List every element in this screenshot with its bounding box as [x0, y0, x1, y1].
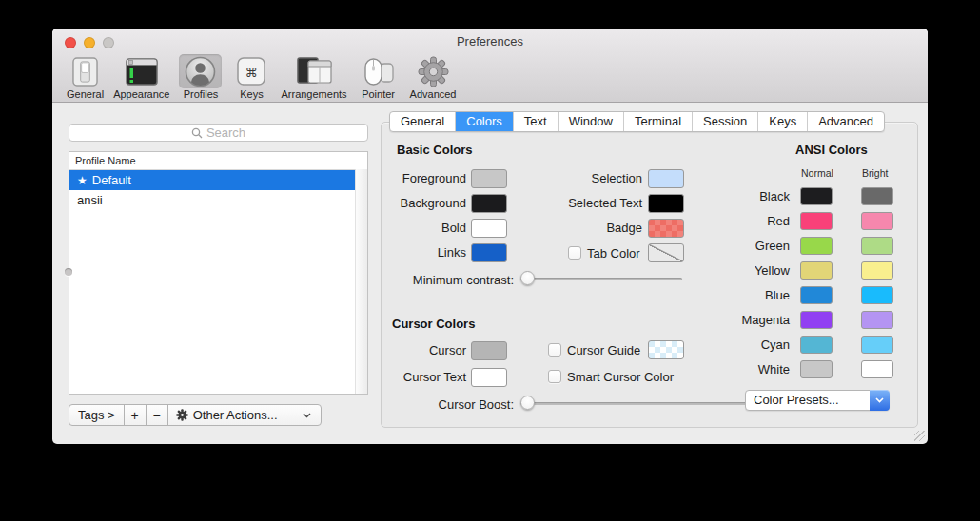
ansi-bright-swatch-magenta[interactable] — [861, 311, 893, 329]
ansi-color-label: Magenta — [661, 313, 790, 327]
ansi-row-cyan: Cyan — [661, 332, 893, 357]
ansi-bright-swatch-black[interactable] — [861, 187, 893, 205]
background-label: Background — [338, 196, 466, 210]
switch-icon — [67, 54, 104, 88]
slider-knob[interactable] — [520, 271, 535, 285]
profile-actions-bar: Tags > + − Other Actions... — [69, 404, 322, 426]
color-presets-dropdown[interactable]: Color Presets... — [745, 390, 890, 411]
cursor-guide-checkbox[interactable] — [548, 343, 561, 357]
basic-colors-title: Basic Colors — [397, 143, 472, 157]
foreground-label: Foreground — [338, 171, 466, 185]
windows-icon — [291, 54, 338, 88]
ansi-color-label: White — [661, 362, 790, 376]
ansi-row-black: Black — [661, 183, 893, 208]
ansi-color-label: Cyan — [661, 338, 790, 352]
minimum-contrast-slider[interactable] — [520, 271, 682, 286]
ansi-normal-header: Normal — [801, 167, 833, 179]
cursor-guide-label: Cursor Guide — [567, 343, 640, 357]
tab-keys[interactable]: Keys — [758, 112, 808, 131]
profile-list-rows: ★Defaultansii — [69, 170, 367, 210]
toolbar-item-general[interactable]: General — [62, 53, 108, 101]
search-icon — [191, 127, 203, 139]
tab-colors[interactable]: Colors — [456, 112, 514, 131]
tags-button[interactable]: Tags > — [69, 404, 125, 426]
ansi-grid: BlackRedGreenYellowBlueMagentaCyanWhite — [661, 183, 893, 381]
ansi-normal-swatch-green[interactable] — [800, 237, 833, 255]
tab-bar: GeneralColorsTextWindowTerminalSessionKe… — [389, 111, 885, 132]
window-title: Preferences — [52, 34, 928, 48]
tab-text[interactable]: Text — [514, 112, 559, 131]
smart-cursor-color-label: Smart Cursor Color — [567, 370, 674, 384]
ansi-normal-swatch-red[interactable] — [800, 212, 833, 230]
minimum-contrast-label: Minimum contrast: — [366, 273, 514, 287]
profile-name: ansii — [77, 193, 103, 207]
ansi-bright-swatch-blue[interactable] — [861, 286, 893, 304]
links-color-well[interactable] — [471, 243, 507, 262]
svg-text:⌘: ⌘ — [245, 66, 258, 80]
toolbar-item-profiles[interactable]: Profiles — [174, 53, 226, 101]
toolbar-label: Advanced — [410, 88, 457, 100]
other-actions-dropdown[interactable]: Other Actions... — [167, 404, 322, 426]
selected-text-label: Selected Text — [490, 196, 642, 210]
ansi-color-label: Blue — [661, 288, 790, 302]
splitter-handle[interactable] — [65, 268, 72, 276]
toolbar-item-appearance[interactable]: Appearance — [108, 53, 174, 101]
ansi-normal-swatch-white[interactable] — [800, 360, 833, 378]
ansi-normal-swatch-yellow[interactable] — [800, 261, 833, 280]
gear-icon — [412, 54, 455, 88]
toolbar-item-pointer[interactable]: Pointer — [352, 53, 405, 101]
profile-name: Default — [92, 173, 131, 187]
tab-color-checkbox[interactable] — [568, 246, 581, 260]
smart-cursor-color-checkbox[interactable] — [548, 370, 561, 383]
ansi-bright-swatch-white[interactable] — [861, 360, 893, 378]
ansi-normal-swatch-blue[interactable] — [800, 286, 833, 304]
bold-label: Bold — [338, 221, 466, 235]
cursor-text-color-well[interactable] — [471, 368, 507, 387]
add-profile-button[interactable]: + — [124, 404, 147, 426]
ansi-normal-swatch-black[interactable] — [800, 187, 833, 205]
preferences-window: Preferences General Appearance Profiles — [52, 29, 928, 444]
ansi-normal-swatch-magenta[interactable] — [800, 311, 833, 329]
profile-row-default[interactable]: ★Default — [69, 170, 355, 190]
window-header: Preferences General Appearance Profiles — [52, 29, 928, 103]
profile-list: Profile Name ★Defaultansii — [69, 151, 368, 395]
ansi-bright-swatch-green[interactable] — [861, 237, 893, 255]
tab-color-label: Tab Color — [587, 246, 640, 260]
toolbar-item-advanced[interactable]: Advanced — [405, 53, 461, 101]
ansi-bright-swatch-red[interactable] — [861, 212, 893, 230]
window-resize-grip[interactable] — [914, 431, 925, 441]
toolbar-item-keys[interactable]: ⌘ Keys — [226, 53, 276, 101]
ansi-color-label: Green — [661, 239, 790, 253]
gear-icon — [176, 409, 188, 421]
tab-window[interactable]: Window — [559, 112, 624, 131]
ansi-row-white: White — [661, 357, 893, 381]
profile-list-header[interactable]: Profile Name — [69, 152, 367, 170]
ansi-bright-header: Bright — [862, 167, 888, 179]
ansi-bright-swatch-cyan[interactable] — [861, 336, 893, 354]
slider-knob[interactable] — [520, 396, 535, 410]
profile-row-ansii[interactable]: ansii — [69, 190, 355, 210]
ansi-row-magenta: Magenta — [661, 307, 893, 332]
toolbar-label: General — [67, 88, 104, 100]
ansi-color-label: Red — [661, 214, 790, 228]
other-actions-label: Other Actions... — [193, 408, 278, 422]
search-placeholder: Search — [206, 125, 245, 140]
color-presets-label: Color Presets... — [754, 393, 839, 407]
ansi-color-label: Yellow — [661, 263, 790, 278]
default-star-icon: ★ — [77, 174, 88, 187]
ansi-row-blue: Blue — [661, 282, 893, 307]
ansi-bright-swatch-yellow[interactable] — [861, 261, 893, 280]
tab-advanced[interactable]: Advanced — [808, 112, 884, 131]
cursor-color-well[interactable] — [471, 341, 507, 360]
tab-session[interactable]: Session — [693, 112, 758, 131]
tab-general[interactable]: General — [390, 112, 456, 131]
toolbar-item-arrangements[interactable]: Arrangements — [276, 53, 351, 101]
remove-profile-button[interactable]: − — [146, 404, 168, 426]
tab-terminal[interactable]: Terminal — [624, 112, 693, 131]
ansi-colors-title: ANSI Colors — [795, 143, 868, 157]
command-key-icon: ⌘ — [231, 54, 271, 88]
ansi-normal-swatch-cyan[interactable] — [800, 336, 833, 354]
toolbar: General Appearance Profiles ⌘ Keys — [62, 53, 461, 103]
search-input[interactable]: Search — [69, 124, 368, 142]
ansi-row-red: Red — [661, 208, 893, 233]
